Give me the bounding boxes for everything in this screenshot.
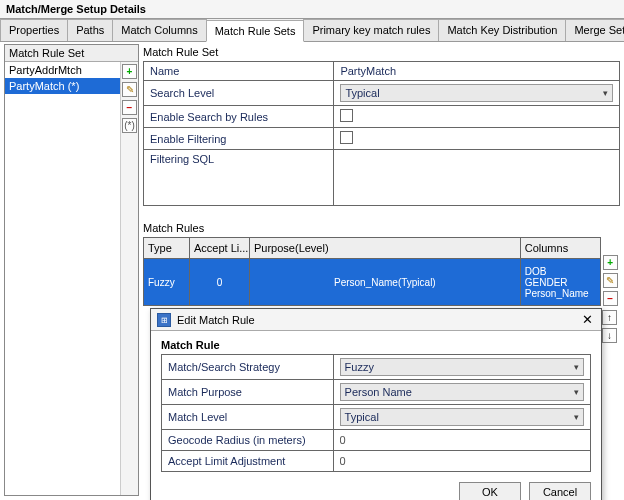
col-columns[interactable]: Columns [520,238,600,259]
sidebar-item[interactable]: PartyAddrMtch [5,62,120,78]
dialog-titlebar[interactable]: ⊞ Edit Match Rule ✕ [151,309,601,331]
ruleset-form: Name PartyMatch Search Level Typical ▾ E… [143,61,620,206]
level-select[interactable]: Typical ▾ [333,405,590,430]
col-accept[interactable]: Accept Li... [190,238,250,259]
delete-rule-button[interactable]: − [603,291,618,306]
filter-sql-value[interactable] [334,150,620,206]
tab-properties[interactable]: Properties [0,19,68,41]
strategy-select[interactable]: Fuzzy ▾ [333,355,590,380]
enable-search-checkbox[interactable] [340,109,353,122]
chevron-down-icon: ▾ [574,362,579,372]
match-rule-form: Match/Search Strategy Fuzzy ▾ Match Purp… [161,354,591,472]
dialog-icon: ⊞ [157,313,171,327]
chevron-down-icon: ▾ [603,88,608,98]
rule-purpose: Person_Name(Typical) [250,259,521,306]
edit-match-rule-dialog: ⊞ Edit Match Rule ✕ Match Rule Match/Sea… [150,308,602,500]
ruleset-section-title: Match Rule Set [143,44,620,61]
rule-type: Fuzzy [144,259,190,306]
delete-ruleset-button[interactable]: − [122,100,137,115]
chevron-down-icon: ▾ [574,387,579,397]
edit-ruleset-button[interactable]: ✎ [122,82,137,97]
chevron-down-icon: ▾ [574,412,579,422]
search-level-select[interactable]: Typical ▾ [334,81,620,106]
search-level-label: Search Level [144,81,334,106]
name-value[interactable]: PartyMatch [334,62,620,81]
dialog-section-title: Match Rule [161,337,591,354]
col-type[interactable]: Type [144,238,190,259]
add-rule-button[interactable]: + [603,255,618,270]
cancel-button[interactable]: Cancel [529,482,591,500]
enable-filter-label: Enable Filtering [144,128,334,150]
geocode-label: Geocode Radius (in meters) [162,430,334,451]
sidebar-list: PartyAddrMtchPartyMatch (*) [5,62,120,495]
enable-search-label: Enable Search by Rules [144,106,334,128]
rules-row[interactable]: Fuzzy 0 Person_Name(Typical) DOB GENDER … [144,259,601,306]
close-icon[interactable]: ✕ [580,312,595,327]
copy-ruleset-button[interactable]: (*) [122,118,137,133]
background-toolbar: ↑ ↓ [602,310,620,343]
purpose-label: Match Purpose [162,380,334,405]
move-down-button[interactable]: ↓ [602,328,617,343]
tab-bar: PropertiesPathsMatch ColumnsMatch Rule S… [0,19,624,42]
tab-primary-key-match-rules[interactable]: Primary key match rules [303,19,439,41]
rules-header-row: Type Accept Li... Purpose(Level) Columns [144,238,601,259]
purpose-select[interactable]: Person Name ▾ [333,380,590,405]
rule-accept: 0 [190,259,250,306]
rule-columns: DOB GENDER Person_Name [520,259,600,306]
page-title: Match/Merge Setup Details [0,0,624,19]
sidebar-toolbar: + ✎ − (*) [120,62,138,495]
name-label: Name [144,62,334,81]
level-value: Typical [345,411,379,423]
accept-label: Accept Limit Adjustment [162,451,334,472]
tab-match-columns[interactable]: Match Columns [112,19,206,41]
ruleset-sidebar: Match Rule Set PartyAddrMtchPartyMatch (… [4,44,139,496]
edit-rule-button[interactable]: ✎ [603,273,618,288]
search-level-value: Typical [345,87,379,99]
rules-section-title: Match Rules [143,220,620,237]
col-purpose[interactable]: Purpose(Level) [250,238,521,259]
tab-match-key-distribution[interactable]: Match Key Distribution [438,19,566,41]
dialog-title-text: Edit Match Rule [177,314,255,326]
filter-sql-label: Filtering SQL [144,150,334,206]
strategy-label: Match/Search Strategy [162,355,334,380]
move-up-button[interactable]: ↑ [602,310,617,325]
level-label: Match Level [162,405,334,430]
accept-input[interactable] [340,454,584,468]
add-ruleset-button[interactable]: + [122,64,137,79]
enable-filter-checkbox[interactable] [340,131,353,144]
sidebar-header: Match Rule Set [5,45,138,62]
purpose-value: Person Name [345,386,412,398]
rules-table: Type Accept Li... Purpose(Level) Columns… [143,237,601,306]
sidebar-item[interactable]: PartyMatch (*) [5,78,120,94]
strategy-value: Fuzzy [345,361,374,373]
geocode-input[interactable] [340,433,584,447]
tab-merge-settings[interactable]: Merge Settings [565,19,624,41]
ok-button[interactable]: OK [459,482,521,500]
tab-match-rule-sets[interactable]: Match Rule Sets [206,20,305,42]
rules-toolbar: + ✎ − [603,237,620,306]
tab-paths[interactable]: Paths [67,19,113,41]
